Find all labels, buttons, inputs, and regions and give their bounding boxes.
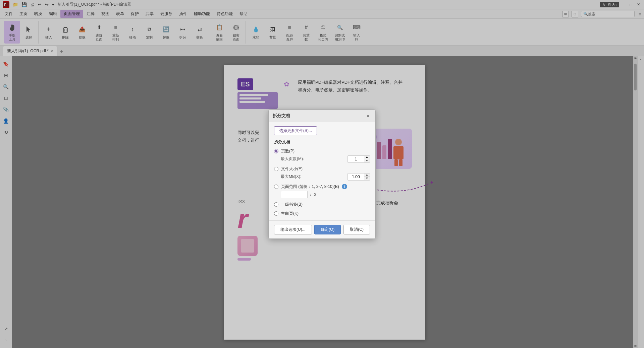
split-section-label: 拆分文档 — [274, 139, 370, 145]
max-mb-increment[interactable]: ▲ — [364, 173, 370, 177]
page-range-inputs: / 3 — [281, 191, 370, 198]
option-firstlevel-label[interactable]: 一级书签(B) — [281, 202, 303, 207]
dialog-action-buttons: 确定(O) 取消(C) — [314, 225, 370, 234]
option-firstlevel: 一级书签(B) — [274, 202, 370, 207]
modal-overlay: 拆分文档 × 选择更多文件(S)... 拆分文档 页数(P) 最大页数(M): — [0, 0, 644, 348]
split-options-group: 页数(P) 最大页数(M): ▲ ▼ — [274, 148, 370, 216]
option-pagerange: 页面范围 (范例：1, 2-7, 8-10)(B) i — [274, 184, 370, 190]
max-pages-row: 最大页数(M): ▲ ▼ — [281, 155, 370, 163]
pagerange-info-icon[interactable]: i — [342, 184, 347, 189]
dialog-close-button[interactable]: × — [365, 113, 371, 119]
dialog-footer: 输出选项(U)... 确定(O) 取消(C) — [269, 220, 375, 238]
option-filesize-label[interactable]: 文件大小(E) — [281, 166, 303, 172]
option-pages: 页数(P) — [274, 148, 370, 154]
dialog-title: 拆分文档 — [273, 113, 290, 119]
cancel-button[interactable]: 取消(C) — [343, 225, 370, 234]
output-options-button[interactable]: 输出选项(U)... — [274, 225, 312, 234]
max-pages-input[interactable] — [348, 156, 364, 162]
option-pages-radio[interactable] — [274, 149, 278, 153]
max-pages-increment[interactable]: ▲ — [364, 156, 370, 159]
select-files-button[interactable]: 选择更多文件(S)... — [274, 126, 317, 135]
option-blankpage: 空白页(K) — [274, 211, 370, 216]
dialog-body: 选择更多文件(S)... 拆分文档 页数(P) 最大页数(M): — [269, 122, 375, 220]
ok-button[interactable]: 确定(O) — [314, 225, 341, 234]
max-mb-spinbox-btns: ▲ ▼ — [364, 173, 370, 180]
max-pages-spinbox-btns: ▲ ▼ — [364, 156, 370, 162]
max-mb-input[interactable] — [348, 174, 364, 180]
max-mb-row: 最大MB(X): ▲ ▼ — [281, 173, 370, 181]
page-range-total: 3 — [314, 192, 316, 197]
option-pages-label[interactable]: 页数(P) — [281, 148, 294, 154]
page-range-input[interactable] — [281, 191, 308, 198]
max-pages-decrement[interactable]: ▼ — [364, 159, 370, 162]
dialog-titlebar: 拆分文档 × — [269, 110, 375, 122]
option-pages-row: 页数(P) 最大页数(M): ▲ ▼ — [274, 148, 370, 163]
max-pages-label: 最大页数(M): — [281, 156, 304, 162]
option-pagerange-row: 页面范围 (范例：1, 2-7, 8-10)(B) i / 3 — [274, 184, 370, 198]
max-mb-decrement[interactable]: ▼ — [364, 177, 370, 180]
option-filesize-radio[interactable] — [274, 167, 278, 171]
max-pages-spinbox[interactable]: ▲ ▼ — [347, 155, 370, 163]
page-range-sep: / — [310, 192, 311, 197]
option-filesize-row: 文件大小(E) 最大MB(X): ▲ ▼ — [274, 166, 370, 181]
option-filesize: 文件大小(E) — [274, 166, 370, 172]
max-mb-label: 最大MB(X): — [281, 174, 301, 180]
option-blankpage-radio[interactable] — [274, 211, 278, 216]
split-document-dialog: 拆分文档 × 选择更多文件(S)... 拆分文档 页数(P) 最大页数(M): — [268, 110, 376, 239]
option-pagerange-label[interactable]: 页面范围 (范例：1, 2-7, 8-10)(B) — [281, 184, 339, 190]
option-pagerange-radio[interactable] — [274, 185, 278, 189]
max-mb-spinbox[interactable]: ▲ ▼ — [347, 173, 370, 181]
option-blankpage-label[interactable]: 空白页(K) — [281, 211, 299, 216]
option-firstlevel-radio[interactable] — [274, 202, 278, 207]
